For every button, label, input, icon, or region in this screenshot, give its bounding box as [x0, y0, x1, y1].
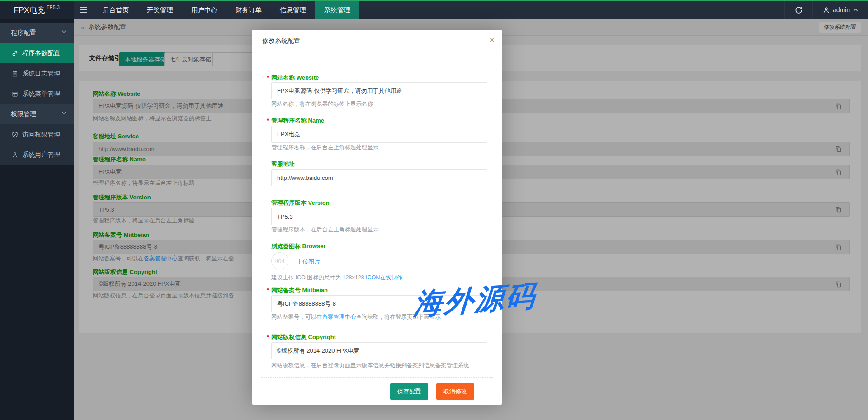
modal-service-url-input[interactable]	[271, 169, 487, 186]
field-help: 管理程序版本，在后台左上角标题处理显示	[271, 226, 379, 234]
sidebar-group-label: 权限管理	[11, 110, 36, 118]
favicon-placeholder: 404	[271, 252, 288, 269]
modal-admin-version-input[interactable]	[271, 208, 487, 225]
save-config-button[interactable]: 保存配置	[390, 383, 428, 400]
brand-version: TP5.3	[47, 5, 60, 10]
sidebar-group-program[interactable]: 程序配置	[0, 23, 74, 43]
field-label: 网站版权信息 Copyright	[271, 333, 336, 341]
field-label: 网站备案号 Miitbeian	[271, 286, 328, 294]
sidebar-item-params[interactable]: 程序参数配置	[0, 43, 74, 63]
modal-icp-number-input[interactable]	[271, 295, 487, 312]
sidebar-item-label: 系统用户管理	[22, 151, 60, 159]
person-icon	[12, 152, 18, 158]
field-help: 网站版权信息，在后台登录页面显示版本信息并链接到备案到信息备案管理系统	[271, 362, 469, 369]
divider	[261, 377, 493, 378]
shield-check-icon	[12, 132, 18, 138]
username: admin	[833, 6, 850, 14]
refresh-icon	[795, 6, 802, 14]
modal-copyright-input[interactable]	[271, 342, 487, 359]
field-label: 网站名称 Website	[271, 74, 319, 82]
link-icon	[12, 50, 18, 57]
main-menu: 后台首页 开奖管理 用户中心 财务订单 信息管理 系统管理	[74, 1, 359, 19]
sidebar-item-label: 程序参数配置	[22, 49, 60, 57]
app-window: FPX电竞 TP5.3 后台首页 开奖管理 用户中心 财务订单 信息管理 系统管…	[0, 0, 868, 420]
user-menu[interactable]: admin	[812, 1, 868, 19]
sidebar-item-label: 系统日志管理	[22, 70, 60, 78]
sidebar: 程序配置 程序参数配置 系统日志管理	[0, 19, 74, 420]
log-icon	[12, 71, 18, 77]
field-label: 浏览器图标 Browser	[271, 242, 326, 250]
menu-window-icon	[12, 91, 18, 97]
field-help: 网站名称，将在浏览器的标签上显示名称	[271, 100, 373, 108]
required-mark: *	[267, 117, 269, 124]
sidebar-item-label: 访问权限管理	[22, 131, 60, 139]
top-navbar: FPX电竞 TP5.3 后台首页 开奖管理 用户中心 财务订单 信息管理 系统管…	[0, 0, 868, 19]
sidebar-group-permission[interactable]: 权限管理	[0, 104, 74, 124]
brand-name: FPX电竞	[14, 5, 46, 15]
sidebar-item-sysusers[interactable]: 系统用户管理	[0, 145, 74, 165]
edit-system-config-modal: 修改系统配置 × * 网站名称 Website 网站名称，将在浏览器的标签上显示…	[252, 30, 502, 405]
nav-item-users[interactable]: 用户中心	[182, 1, 226, 19]
sidebar-item-menus[interactable]: 系统菜单管理	[0, 84, 74, 104]
field-help: 管理程序名称，在后台左上角标题处理显示	[271, 144, 379, 151]
modal-header: 修改系统配置 ×	[252, 30, 502, 52]
field-label: 客服地址	[271, 160, 295, 168]
field-help: 建议上传 ICO 图标的尺寸为 128x128 ICON在线制作	[271, 274, 402, 282]
sidebar-item-access[interactable]: 访问权限管理	[0, 124, 74, 145]
brand-logo[interactable]: FPX电竞 TP5.3	[0, 1, 74, 19]
nav-item-finance[interactable]: 财务订单	[226, 1, 271, 19]
cancel-button[interactable]: 取消修改	[436, 383, 474, 400]
modal-admin-name-input[interactable]	[271, 126, 487, 143]
modal-website-name-input[interactable]	[271, 82, 487, 99]
navbar-right: admin	[784, 1, 868, 19]
chevron-up-icon	[853, 9, 858, 12]
icon-maker-link[interactable]: ICON在线制作	[366, 274, 402, 281]
chevron-down-icon	[61, 30, 66, 33]
beian-center-link[interactable]: 备案管理中心	[322, 314, 356, 320]
upload-image-link[interactable]: 上传图片	[297, 258, 320, 266]
nav-item-system[interactable]: 系统管理	[315, 1, 359, 19]
nav-item-lottery[interactable]: 开奖管理	[138, 1, 182, 19]
close-icon[interactable]: ×	[489, 35, 495, 44]
field-label: 管理程序版本 Version	[271, 199, 330, 207]
chevron-down-icon	[61, 111, 66, 114]
nav-item-home[interactable]: 后台首页	[94, 1, 138, 19]
hamburger-icon[interactable]	[74, 1, 94, 19]
required-mark: *	[267, 334, 269, 340]
sidebar-item-logs[interactable]: 系统日志管理	[0, 63, 74, 84]
field-label: 管理程序名称 Name	[271, 117, 324, 125]
sidebar-group-label: 程序配置	[11, 29, 36, 37]
user-icon	[823, 7, 830, 14]
modal-title: 修改系统配置	[262, 37, 300, 45]
refresh-button[interactable]	[784, 1, 812, 19]
nav-item-info[interactable]: 信息管理	[271, 1, 315, 19]
sidebar-item-label: 系统菜单管理	[22, 90, 60, 98]
required-mark: *	[267, 74, 269, 81]
field-help: 网站备案号，可以在备案管理中心查询获取，将在登录页面下面显示	[271, 313, 441, 321]
required-mark: *	[267, 287, 269, 293]
